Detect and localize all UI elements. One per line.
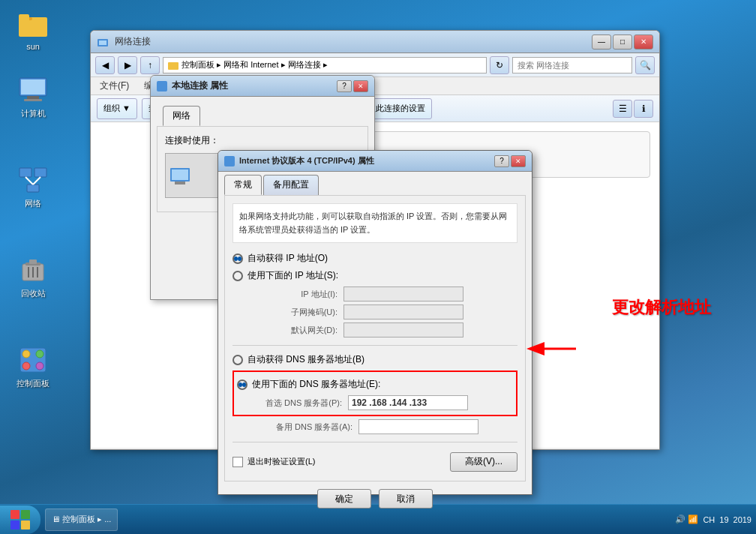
search-button[interactable]: 🔍 (635, 56, 655, 74)
ok-button[interactable]: 确定 (317, 489, 371, 508)
info-button[interactable]: ℹ (634, 100, 653, 118)
gateway-input[interactable] (344, 322, 464, 338)
auto-ip-label: 自动获得 IP 地址(O) (248, 252, 328, 265)
svg-rect-4 (21, 80, 45, 94)
tcp-help-button[interactable]: ? (494, 155, 509, 167)
local-close-button[interactable]: ✕ (353, 80, 368, 92)
view-toggle-button[interactable]: ☰ (613, 100, 632, 118)
cancel-button[interactable]: 取消 (379, 489, 433, 508)
maximize-button[interactable]: □ (613, 34, 632, 50)
manual-dns-row[interactable]: 使用下面的 DNS 服务器地址(E): (237, 378, 513, 391)
alternate-dns-label: 备用 DNS 服务器(A): (262, 422, 352, 433)
refresh-button[interactable]: ↻ (490, 56, 509, 74)
auto-ip-radio[interactable] (232, 254, 243, 264)
computer-icon (18, 75, 48, 105)
desktop-icon-user[interactable]: sun (9, 9, 57, 51)
taskbar-explorer-label: 🖥 控制面板 ▸ ... (52, 514, 111, 525)
network-icon (18, 165, 48, 195)
forward-button[interactable]: ▶ (118, 56, 137, 74)
svg-rect-24 (99, 40, 106, 45)
section-divider (232, 345, 518, 346)
user-folder-icon (18, 9, 48, 39)
tab-general[interactable]: 常规 (224, 175, 262, 195)
ip-address-input[interactable] (344, 286, 464, 302)
ip-description: 如果网络支持此功能，则可以获取自动指派的 IP 设置。否则，您需要从网络系统管理… (232, 203, 518, 243)
svg-rect-7 (20, 168, 32, 177)
section-divider-2 (232, 442, 518, 442)
manual-ip-radio[interactable] (232, 271, 243, 281)
start-button[interactable] (0, 506, 40, 534)
folder-icon (168, 60, 178, 70)
svg-rect-35 (157, 81, 167, 92)
search-input[interactable] (512, 57, 632, 74)
address-bar: ◀ ▶ ↑ 控制面板 ▸ 网络和 Internet ▸ 网络连接 ▸ ↻ 🔍 (91, 53, 659, 77)
tray-time: 19 (719, 515, 728, 524)
alternate-dns-input[interactable] (358, 419, 478, 434)
auto-ip-row[interactable]: 自动获得 IP 地址(O) (232, 252, 518, 265)
auto-dns-label: 自动获得 DNS 服务器地址(B) (248, 353, 364, 366)
desktop-icon-computer[interactable]: 计算机 (9, 75, 57, 119)
local-tabs: 网络 (157, 103, 368, 126)
computer-label: 计算机 (21, 108, 46, 119)
desktop-icon-recycle[interactable]: 回收站 (9, 255, 57, 299)
subnet-input[interactable] (344, 304, 464, 320)
recycle-label: 回收站 (21, 288, 46, 299)
minimize-button[interactable]: — (592, 34, 611, 50)
svg-point-21 (22, 362, 30, 370)
ip-address-label: IP 地址(I): (248, 289, 338, 300)
svg-rect-39 (224, 156, 235, 166)
control-panel-label: 控制面板 (16, 378, 50, 389)
organize-button[interactable]: 组织 ▼ (97, 98, 137, 119)
control-panel-icon (18, 345, 48, 375)
alternate-dns-row: 备用 DNS 服务器(A): (262, 419, 518, 434)
tcp-close-button[interactable]: ✕ (511, 155, 526, 167)
dns-fields: 首选 DNS 服务器(P): (252, 395, 513, 410)
manual-ip-row[interactable]: 使用下面的 IP 地址(S): (232, 269, 518, 282)
preferred-dns-input[interactable] (348, 395, 468, 410)
tray-icons: 🔊 📶 (675, 514, 698, 524)
desktop-icon-controlpanel[interactable]: 控制面板 (9, 345, 57, 389)
tcp-tabs: 常规 备用配置 (218, 172, 532, 195)
bottom-row: 退出时验证设置(L) 高级(V)... (232, 450, 518, 473)
address-path[interactable]: 控制面板 ▸ 网络和 Internet ▸ 网络连接 ▸ (163, 57, 487, 74)
alternate-dns-section: 备用 DNS 服务器(A): (262, 419, 518, 434)
explorer-title: 网络连接 (115, 35, 592, 48)
validate-checkbox-row: 退出时验证设置(L) (232, 456, 315, 467)
desktop-icon-network[interactable]: 网络 (9, 165, 57, 209)
explorer-titlebar: 网络连接 — □ ✕ (91, 31, 659, 53)
svg-rect-42 (21, 510, 30, 519)
svg-rect-9 (27, 184, 39, 192)
manual-dns-radio[interactable] (237, 380, 248, 390)
svg-rect-14 (29, 260, 37, 264)
subnet-mask-row: 子网掩码(U): (248, 304, 518, 320)
desktop-icon-label: sun (26, 42, 40, 51)
validate-checkbox[interactable] (232, 457, 243, 467)
local-dialog-titlebar: 本地连接 属性 ? ✕ (151, 76, 374, 97)
window-controls: — □ ✕ (592, 34, 653, 50)
explorer-window-icon (97, 36, 109, 48)
tab-alternate[interactable]: 备用配置 (263, 175, 319, 195)
svg-rect-38 (175, 182, 185, 184)
svg-point-22 (36, 362, 44, 370)
tcp-ipv4-dialog: Internet 协议版本 4 (TCP/IPv4) 属性 ? ✕ 常规 备用配… (218, 150, 532, 495)
tcp-dialog-icon (224, 156, 235, 166)
local-help-button[interactable]: ? (337, 80, 352, 92)
tcp-dialog-title: Internet 协议版本 4 (TCP/IPv4) 属性 (239, 155, 493, 166)
close-button[interactable]: ✕ (634, 34, 653, 50)
svg-rect-2 (19, 14, 29, 22)
subnet-label: 子网掩码(U): (248, 307, 338, 318)
back-button[interactable]: ◀ (95, 56, 115, 74)
manual-dns-label: 使用下面的 DNS 服务器地址(E): (252, 378, 380, 391)
auto-dns-row[interactable]: 自动获得 DNS 服务器地址(B) (232, 353, 518, 366)
taskbar-explorer-button[interactable]: 🖥 控制面板 ▸ ... (45, 508, 118, 531)
advanced-button[interactable]: 高级(V)... (450, 452, 518, 472)
auto-dns-radio[interactable] (232, 355, 243, 365)
menu-file[interactable]: 文件(F) (97, 78, 132, 94)
tray-lang: CH (703, 515, 715, 524)
network-label: 网络 (25, 198, 41, 209)
tab-network[interactable]: 网络 (163, 106, 200, 126)
up-button[interactable]: ↑ (140, 56, 160, 74)
gateway-row: 默认网关(D): (248, 322, 518, 338)
tcp-dialog-footer: 确定 取消 (218, 482, 532, 516)
tcp-dialog-titlebar: Internet 协议版本 4 (TCP/IPv4) 属性 ? ✕ (218, 151, 532, 172)
